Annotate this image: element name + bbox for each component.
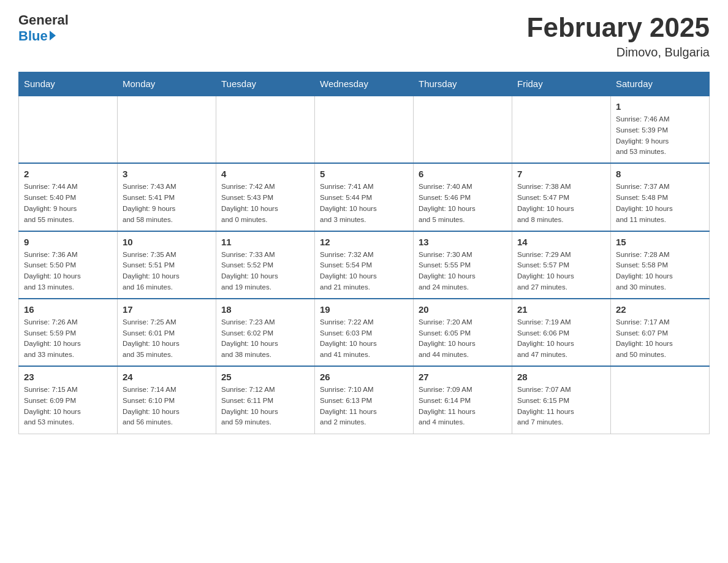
day-info: Sunrise: 7:26 AMSunset: 5:59 PMDaylight:… [24,317,112,361]
day-info: Sunrise: 7:17 AMSunset: 6:07 PMDaylight:… [616,317,704,361]
weekday-header-friday: Friday [512,72,611,96]
day-info: Sunrise: 7:14 AMSunset: 6:10 PMDaylight:… [123,385,211,428]
weekday-header-row: SundayMondayTuesdayWednesdayThursdayFrid… [19,72,710,96]
calendar-cell: 2Sunrise: 7:44 AMSunset: 5:40 PMDaylight… [19,163,118,231]
day-number: 5 [320,169,408,179]
day-number: 20 [419,304,507,315]
day-info: Sunrise: 7:20 AMSunset: 6:05 PMDaylight:… [419,317,507,361]
day-info: Sunrise: 7:44 AMSunset: 5:40 PMDaylight:… [24,182,112,225]
day-info: Sunrise: 7:42 AMSunset: 5:43 PMDaylight:… [221,182,309,225]
day-info: Sunrise: 7:15 AMSunset: 6:09 PMDaylight:… [24,385,112,428]
location-text: Dimovo, Bulgaria [527,45,710,59]
day-info: Sunrise: 7:40 AMSunset: 5:46 PMDaylight:… [419,182,507,225]
day-info: Sunrise: 7:32 AMSunset: 5:54 PMDaylight:… [320,250,408,293]
calendar-cell [118,96,216,163]
week-row-2: 2Sunrise: 7:44 AMSunset: 5:40 PMDaylight… [19,163,710,231]
day-number: 8 [616,169,704,179]
day-number: 4 [221,169,309,179]
logo-blue-text: Blue [18,28,56,44]
day-number: 3 [123,169,211,179]
day-number: 28 [517,372,605,382]
day-number: 19 [320,304,408,315]
day-number: 14 [517,237,605,247]
day-info: Sunrise: 7:25 AMSunset: 6:01 PMDaylight:… [123,317,211,361]
calendar-cell [611,366,710,434]
calendar-cell: 22Sunrise: 7:17 AMSunset: 6:07 PMDayligh… [611,299,710,366]
calendar-cell: 5Sunrise: 7:41 AMSunset: 5:44 PMDaylight… [315,163,414,231]
calendar-cell [19,96,118,163]
calendar-cell: 6Sunrise: 7:40 AMSunset: 5:46 PMDaylight… [414,163,512,231]
day-number: 10 [123,237,211,247]
weekday-header-thursday: Thursday [414,72,512,96]
logo-arrow-icon [50,31,56,40]
week-row-5: 23Sunrise: 7:15 AMSunset: 6:09 PMDayligh… [19,366,710,434]
weekday-header-wednesday: Wednesday [315,72,414,96]
weekday-header-saturday: Saturday [611,72,710,96]
calendar-cell: 1Sunrise: 7:46 AMSunset: 5:39 PMDaylight… [611,96,710,163]
calendar-cell: 3Sunrise: 7:43 AMSunset: 5:41 PMDaylight… [118,163,216,231]
day-info: Sunrise: 7:10 AMSunset: 6:13 PMDaylight:… [320,385,408,428]
calendar-cell: 8Sunrise: 7:37 AMSunset: 5:48 PMDaylight… [611,163,710,231]
calendar-table: SundayMondayTuesdayWednesdayThursdayFrid… [18,72,710,434]
calendar-cell: 18Sunrise: 7:23 AMSunset: 6:02 PMDayligh… [216,299,315,366]
calendar-cell: 16Sunrise: 7:26 AMSunset: 5:59 PMDayligh… [19,299,118,366]
day-number: 23 [24,372,112,382]
day-number: 24 [123,372,211,382]
calendar-cell: 14Sunrise: 7:29 AMSunset: 5:57 PMDayligh… [512,231,611,299]
calendar-cell: 11Sunrise: 7:33 AMSunset: 5:52 PMDayligh… [216,231,315,299]
day-number: 12 [320,237,408,247]
day-info: Sunrise: 7:30 AMSunset: 5:55 PMDaylight:… [419,250,507,293]
day-info: Sunrise: 7:33 AMSunset: 5:52 PMDaylight:… [221,250,309,293]
calendar-cell: 13Sunrise: 7:30 AMSunset: 5:55 PMDayligh… [414,231,512,299]
calendar-cell: 19Sunrise: 7:22 AMSunset: 6:03 PMDayligh… [315,299,414,366]
day-info: Sunrise: 7:38 AMSunset: 5:47 PMDaylight:… [517,182,605,225]
title-section: February 2025 Dimovo, Bulgaria [527,12,710,59]
day-info: Sunrise: 7:46 AMSunset: 5:39 PMDaylight:… [616,114,704,158]
day-number: 17 [123,304,211,315]
day-info: Sunrise: 7:07 AMSunset: 6:15 PMDaylight:… [517,385,605,428]
day-info: Sunrise: 7:23 AMSunset: 6:02 PMDaylight:… [221,317,309,361]
day-number: 11 [221,237,309,247]
day-number: 21 [517,304,605,315]
calendar-cell: 9Sunrise: 7:36 AMSunset: 5:50 PMDaylight… [19,231,118,299]
day-info: Sunrise: 7:28 AMSunset: 5:58 PMDaylight:… [616,250,704,293]
day-number: 22 [616,304,704,315]
day-info: Sunrise: 7:19 AMSunset: 6:06 PMDaylight:… [517,317,605,361]
calendar-cell: 7Sunrise: 7:38 AMSunset: 5:47 PMDaylight… [512,163,611,231]
calendar-cell [512,96,611,163]
day-number: 26 [320,372,408,382]
calendar-cell: 12Sunrise: 7:32 AMSunset: 5:54 PMDayligh… [315,231,414,299]
day-info: Sunrise: 7:41 AMSunset: 5:44 PMDaylight:… [320,182,408,225]
day-number: 9 [24,237,112,247]
day-number: 18 [221,304,309,315]
calendar-cell: 27Sunrise: 7:09 AMSunset: 6:14 PMDayligh… [414,366,512,434]
week-row-4: 16Sunrise: 7:26 AMSunset: 5:59 PMDayligh… [19,299,710,366]
day-info: Sunrise: 7:35 AMSunset: 5:51 PMDaylight:… [123,250,211,293]
day-info: Sunrise: 7:37 AMSunset: 5:48 PMDaylight:… [616,182,704,225]
week-row-1: 1Sunrise: 7:46 AMSunset: 5:39 PMDaylight… [19,96,710,163]
calendar-cell: 20Sunrise: 7:20 AMSunset: 6:05 PMDayligh… [414,299,512,366]
weekday-header-sunday: Sunday [19,72,118,96]
weekday-header-tuesday: Tuesday [216,72,315,96]
calendar-cell: 17Sunrise: 7:25 AMSunset: 6:01 PMDayligh… [118,299,216,366]
calendar-cell [216,96,315,163]
day-info: Sunrise: 7:12 AMSunset: 6:11 PMDaylight:… [221,385,309,428]
day-number: 2 [24,169,112,179]
day-number: 25 [221,372,309,382]
calendar-cell: 23Sunrise: 7:15 AMSunset: 6:09 PMDayligh… [19,366,118,434]
day-number: 7 [517,169,605,179]
page-header: General Blue February 2025 Dimovo, Bulga… [18,12,710,59]
month-title: February 2025 [527,12,710,43]
day-number: 27 [419,372,507,382]
day-number: 15 [616,237,704,247]
day-info: Sunrise: 7:43 AMSunset: 5:41 PMDaylight:… [123,182,211,225]
logo-general-text: General [18,12,69,28]
calendar-cell: 25Sunrise: 7:12 AMSunset: 6:11 PMDayligh… [216,366,315,434]
calendar-cell: 28Sunrise: 7:07 AMSunset: 6:15 PMDayligh… [512,366,611,434]
calendar-cell: 10Sunrise: 7:35 AMSunset: 5:51 PMDayligh… [118,231,216,299]
calendar-cell: 24Sunrise: 7:14 AMSunset: 6:10 PMDayligh… [118,366,216,434]
day-number: 6 [419,169,507,179]
calendar-cell [315,96,414,163]
calendar-cell [414,96,512,163]
calendar-cell: 15Sunrise: 7:28 AMSunset: 5:58 PMDayligh… [611,231,710,299]
